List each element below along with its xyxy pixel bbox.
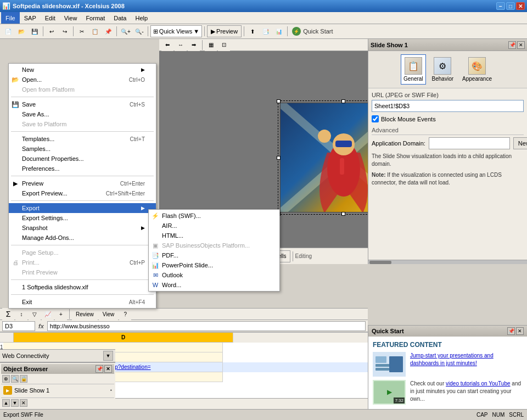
export-ppt[interactable]: 📊 PowerPoint Slide... bbox=[149, 260, 279, 270]
air-icon bbox=[151, 221, 160, 230]
maximize-button[interactable]: □ bbox=[506, 2, 515, 10]
review-tab[interactable]: Review bbox=[72, 308, 98, 320]
tb-redo-btn[interactable]: ↪ bbox=[59, 25, 71, 37]
tb-group-btn[interactable]: ▦ bbox=[205, 39, 217, 51]
export-air[interactable]: AIR... bbox=[149, 221, 279, 231]
menu-data[interactable]: Data bbox=[109, 12, 131, 24]
tb-undo-btn[interactable]: ↩ bbox=[46, 25, 58, 37]
ob-nav-3[interactable]: 🔒 bbox=[20, 375, 27, 383]
formula-input[interactable] bbox=[47, 321, 366, 331]
tb-save-btn[interactable]: 💾 bbox=[29, 25, 41, 37]
menu-export[interactable]: Export ▶ bbox=[9, 203, 156, 213]
help-icon-btn[interactable]: ? bbox=[119, 308, 131, 320]
panel-pin-btn[interactable]: 📌 bbox=[508, 41, 516, 49]
featured-link-2[interactable]: video tutorials on YouTube bbox=[446, 380, 511, 387]
tb-zoom-in-btn[interactable]: 🔍+ bbox=[119, 25, 132, 37]
menu-file[interactable]: File bbox=[1, 12, 20, 24]
featured-link-1[interactable]: Jump-start your presentations and dashbo… bbox=[410, 352, 523, 377]
tb-cut-btn[interactable]: ✂ bbox=[76, 25, 88, 37]
export-flash[interactable]: ⚡ Flash (SWF)... bbox=[149, 211, 279, 221]
menu-preferences[interactable]: Preferences... bbox=[9, 164, 156, 173]
menu-save-as[interactable]: Save As... bbox=[9, 109, 156, 119]
menu-samples[interactable]: Samples... bbox=[9, 144, 156, 154]
tb-export-btn[interactable]: ⬆ bbox=[246, 25, 259, 37]
tb-align-left[interactable]: ⬅ bbox=[161, 39, 173, 51]
app-domain-new-btn[interactable]: New bbox=[513, 137, 527, 149]
export-html[interactable]: HTML... bbox=[149, 231, 279, 240]
ob-prev-btn[interactable]: ▲ bbox=[2, 399, 10, 407]
minimize-button[interactable]: − bbox=[496, 2, 505, 10]
panel-scrollbar[interactable] bbox=[368, 260, 527, 264]
ob-nav-2[interactable]: 🔍 bbox=[11, 375, 19, 383]
url-input[interactable] bbox=[372, 100, 524, 112]
tb-paste-btn[interactable]: 📌 bbox=[102, 25, 114, 37]
menu-open[interactable]: 📂 Open... Ctrl+O bbox=[9, 75, 156, 85]
qs-close-btn[interactable]: ✕ bbox=[516, 327, 524, 335]
menu-format[interactable]: Format bbox=[81, 12, 109, 24]
tb-ppt-btn[interactable]: 📊 bbox=[273, 25, 285, 37]
export-pdf[interactable]: 📑 PDF... bbox=[149, 250, 279, 260]
flash-icon: ⚡ bbox=[151, 211, 160, 220]
tb-chart-btn[interactable]: 📈 bbox=[42, 308, 54, 320]
tb-pdf-btn[interactable]: 📑 bbox=[260, 25, 272, 37]
tb-expand-btn[interactable]: + bbox=[55, 308, 67, 320]
menu-preview[interactable]: ▶ Preview Ctrl+Enter bbox=[9, 178, 156, 188]
toolbar-row-1: 📄 📂 💾 ↩ ↪ ✂ 📋 📌 🔍+ 🔍- ⊞ Quick Views ▼ ▶ … bbox=[2, 25, 525, 37]
export-word[interactable]: W Word... bbox=[149, 280, 279, 290]
ob-item[interactable]: ▶ Slide Show 1 • bbox=[1, 384, 114, 396]
status-num: NUM bbox=[492, 412, 505, 418]
menu-manage-addons[interactable]: Manage Add-Ons... bbox=[9, 233, 156, 243]
menu-exit[interactable]: Exit Alt+F4 bbox=[9, 297, 156, 307]
tb-zoom-out-btn[interactable]: 🔍- bbox=[133, 25, 145, 37]
tab-general[interactable]: 📋 General bbox=[401, 54, 426, 85]
block-mouse-checkbox[interactable] bbox=[372, 115, 379, 122]
menu-new[interactable]: New ▶ bbox=[9, 65, 156, 75]
menu-section-5: Export ▶ Export Settings... Snapshot ▶ M… bbox=[9, 202, 156, 244]
menu-help[interactable]: Help bbox=[131, 12, 152, 24]
tb-align-right[interactable]: ➡ bbox=[188, 39, 200, 51]
scrollbar-thumb[interactable] bbox=[369, 261, 391, 264]
ob-pin-btn[interactable]: 📌 bbox=[96, 365, 103, 373]
menu-view[interactable]: View bbox=[60, 12, 82, 24]
tb-copy-btn[interactable]: 📋 bbox=[89, 25, 101, 37]
tab-appearance[interactable]: 🎨 Appearance bbox=[459, 54, 495, 85]
close-button[interactable]: ✕ bbox=[516, 2, 525, 10]
menu-export-preview[interactable]: Export Preview... Ctrl+Shift+Enter bbox=[9, 188, 156, 198]
tab-general-label: General bbox=[403, 76, 423, 82]
tb-sum-btn[interactable]: Σ bbox=[2, 308, 14, 320]
menu-doc-props[interactable]: Document Properties... bbox=[9, 154, 156, 164]
menu-edit[interactable]: Edit bbox=[41, 12, 60, 24]
view-tab[interactable]: View bbox=[99, 308, 119, 320]
tb-new-btn[interactable]: 📄 bbox=[2, 25, 14, 37]
tb-filter-btn[interactable]: ▽ bbox=[29, 308, 41, 320]
handle-bc[interactable] bbox=[341, 212, 345, 216]
ob-next-btn[interactable]: ▼ bbox=[11, 399, 19, 407]
behavior-icon: ⚙ bbox=[434, 57, 451, 75]
web-connectivity-dropdown[interactable]: ▼ bbox=[103, 351, 113, 361]
export-outlook[interactable]: ✉ Outlook bbox=[149, 270, 279, 280]
tb-open-btn[interactable]: 📂 bbox=[15, 25, 27, 37]
tb-sort-btn[interactable]: ↕ bbox=[15, 308, 27, 320]
quickviews-dropdown[interactable]: ⊞ Quick Views ▼ bbox=[150, 25, 202, 37]
qs-pin-btn[interactable]: 📌 bbox=[507, 327, 515, 335]
menu-templates[interactable]: Templates... Ctrl+T bbox=[9, 134, 156, 144]
tb-align-center[interactable]: ↔ bbox=[175, 39, 187, 51]
cell-reference-input[interactable] bbox=[2, 321, 35, 331]
preview-label: Preview bbox=[216, 28, 238, 35]
tab-behavior[interactable]: ⚙ Behavior bbox=[429, 54, 456, 85]
col-d-header[interactable]: D bbox=[14, 333, 233, 343]
menu-snapshot[interactable]: Snapshot ▶ bbox=[9, 223, 156, 233]
menu-export-settings[interactable]: Export Settings... bbox=[9, 213, 156, 223]
app-domain-input[interactable] bbox=[429, 137, 510, 149]
preview-button[interactable]: ▶ Preview bbox=[207, 25, 242, 37]
export-icon bbox=[11, 204, 20, 212]
panel-close-btn[interactable]: ✕ bbox=[517, 41, 525, 49]
menu-sap[interactable]: SAP bbox=[20, 12, 41, 24]
menu-save[interactable]: 💾 Save Ctrl+S bbox=[9, 99, 156, 109]
ob-close-btn[interactable]: ✕ bbox=[104, 365, 112, 373]
tb-ungroup-btn[interactable]: ⊡ bbox=[218, 39, 230, 51]
ob-del-btn[interactable]: ✕ bbox=[20, 399, 27, 407]
menu-recent-file[interactable]: 1 Softpedia slideshow.xlf bbox=[9, 282, 156, 292]
ob-nav-1[interactable]: ⊕ bbox=[2, 375, 10, 383]
preferences-icon bbox=[11, 164, 20, 173]
